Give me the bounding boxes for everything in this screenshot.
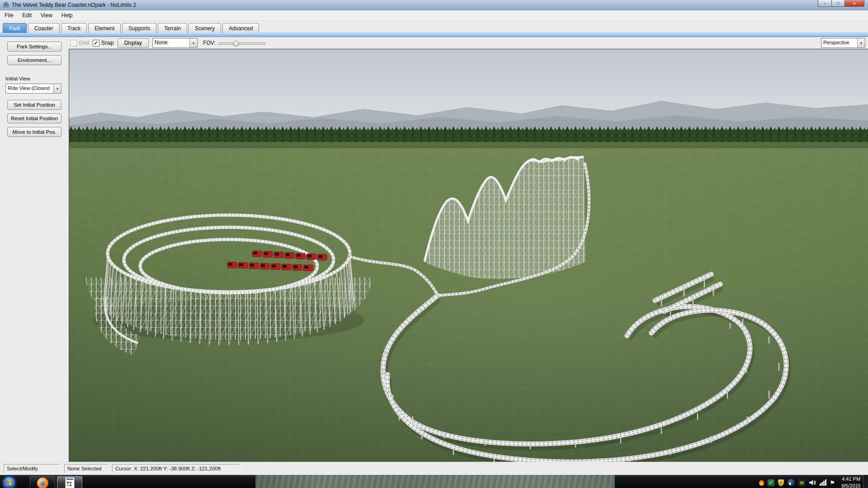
menu-bar: File Edit View Help xyxy=(0,10,868,21)
green-check-icon[interactable]: ✓ xyxy=(768,479,774,486)
fov-slider-track xyxy=(218,42,265,45)
minimize-button[interactable]: – xyxy=(818,0,831,7)
taskbar-nolimits-button[interactable] xyxy=(57,476,82,488)
menu-view[interactable]: View xyxy=(36,11,57,19)
chevron-down-icon[interactable]: ▼ xyxy=(857,38,865,47)
window-title: The Velvet Teddy Bear Coaster.nl2park - … xyxy=(12,2,136,8)
set-initial-position-button[interactable]: Set Initial Position xyxy=(7,100,61,110)
viewport-toolbar: Grid ✓ Snap Display None ▼ FOV: Perspect… xyxy=(69,37,868,49)
nolimits-editor-icon xyxy=(65,477,75,488)
initial-view-label: Initial View xyxy=(5,76,69,81)
nvidia-icon[interactable] xyxy=(798,479,805,486)
projection-dropdown[interactable]: Perspective ▼ xyxy=(821,38,865,48)
tab-supports[interactable]: Supports xyxy=(122,23,156,33)
flame-icon[interactable] xyxy=(759,480,764,486)
clock-date: 8/5/2015 xyxy=(841,483,861,488)
fov-label: FOV: xyxy=(203,40,216,46)
selection-mode-dropdown[interactable]: None ▼ xyxy=(152,38,198,48)
projection-value: Perspective xyxy=(821,38,857,47)
menu-help[interactable]: Help xyxy=(57,11,77,19)
grid-label: Grid xyxy=(79,40,89,46)
windows-upgrade-icon[interactable] xyxy=(749,480,755,486)
clock-time: 4:41 PM xyxy=(842,476,860,482)
move-to-initial-pos-button[interactable]: Move to Initial Pos. xyxy=(7,127,61,137)
coaster-scene xyxy=(69,49,868,462)
selection-mode-value: None xyxy=(153,38,189,47)
action-center-flag-icon[interactable]: ⚑ xyxy=(830,480,835,486)
reset-initial-position-button[interactable]: Reset Initial Position xyxy=(7,113,61,123)
show-desktop-button[interactable] xyxy=(863,475,868,488)
tab-scenery[interactable]: Scenery xyxy=(189,23,221,33)
menu-file[interactable]: File xyxy=(0,11,18,19)
status-mode: Select/Modify xyxy=(4,464,61,473)
tab-park[interactable]: Park xyxy=(3,23,27,33)
taskbar-clock[interactable]: 4:41 PM 8/5/2015 xyxy=(841,476,861,488)
taskbar-firefox-button[interactable] xyxy=(30,476,55,488)
display-button[interactable]: Display xyxy=(118,38,149,48)
firefox-icon xyxy=(37,478,48,488)
tab-element[interactable]: Element xyxy=(88,23,121,33)
initial-view-dropdown[interactable]: Ride View (Closest ▼ xyxy=(5,84,61,94)
active-tab-strip xyxy=(0,33,868,37)
maximize-button[interactable]: □ xyxy=(831,0,844,7)
park-settings-button[interactable]: Park Settings... xyxy=(7,42,61,52)
tab-bar: Park Coaster Track Element Supports Terr… xyxy=(0,21,868,33)
gold-shield-icon[interactable]: ✓ xyxy=(778,479,784,486)
tab-advanced[interactable]: Advanced xyxy=(222,23,259,33)
start-button[interactable] xyxy=(2,476,16,488)
app-icon xyxy=(3,2,9,9)
tab-terrain[interactable]: Terrain xyxy=(158,23,187,33)
park-sidebar: Park Settings... Environment... Initial … xyxy=(0,37,69,462)
title-bar[interactable]: The Velvet Teddy Bear Coaster.nl2park - … xyxy=(0,0,868,10)
tab-coaster[interactable]: Coaster xyxy=(28,23,60,33)
windows-taskbar: ✓ ✓ ⚑ 4:41 PM 8/5/2015 xyxy=(0,475,868,488)
steam-icon[interactable] xyxy=(788,479,795,486)
status-cursor-coordinates: Cursor: X: 221.200ft Y: -38.900ft Z: -12… xyxy=(112,464,241,473)
chevron-down-icon[interactable]: ▼ xyxy=(53,84,61,93)
status-selection: None Selected xyxy=(64,464,108,473)
volume-icon[interactable] xyxy=(809,479,816,486)
environment-button[interactable]: Environment... xyxy=(7,55,61,65)
close-button[interactable]: × xyxy=(844,0,864,7)
menu-edit[interactable]: Edit xyxy=(18,11,36,19)
snap-checkbox[interactable]: ✓ xyxy=(93,40,99,47)
status-bar: Select/Modify None Selected Cursor: X: 2… xyxy=(0,462,868,475)
taskbar-glass-reflection xyxy=(255,475,615,488)
chevron-down-icon[interactable]: ▼ xyxy=(189,38,197,47)
initial-view-value: Ride View (Closest xyxy=(6,84,53,93)
grid-checkbox[interactable] xyxy=(70,40,77,47)
network-signal-icon[interactable] xyxy=(820,479,826,486)
system-tray: ✓ ✓ ⚑ 4:41 PM 8/5/2015 xyxy=(749,475,861,488)
fov-slider-thumb[interactable] xyxy=(233,41,239,47)
snap-label: Snap xyxy=(101,40,114,46)
fov-slider[interactable] xyxy=(218,40,265,46)
tab-track[interactable]: Track xyxy=(61,23,87,33)
nolimits2-window: The Velvet Teddy Bear Coaster.nl2park - … xyxy=(0,0,868,488)
3d-viewport[interactable] xyxy=(69,49,868,462)
